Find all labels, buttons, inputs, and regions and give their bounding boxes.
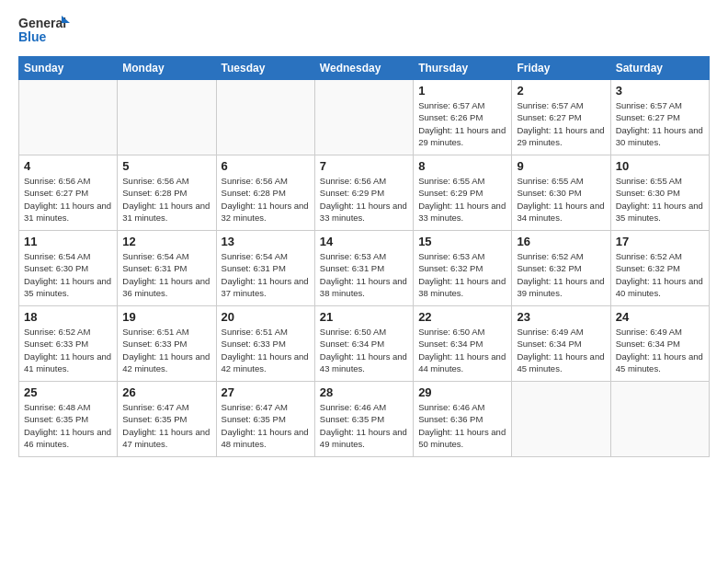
calendar-day-cell: 3Sunrise: 6:57 AM Sunset: 6:27 PM Daylig… [610,80,709,155]
calendar-day-cell: 19Sunrise: 6:51 AM Sunset: 6:33 PM Dayli… [118,306,216,382]
calendar-day-cell: 23Sunrise: 6:49 AM Sunset: 6:34 PM Dayli… [512,306,610,382]
calendar-day-cell: 15Sunrise: 6:53 AM Sunset: 6:32 PM Dayli… [414,231,512,306]
calendar-day-cell: 4Sunrise: 6:56 AM Sunset: 6:27 PM Daylig… [19,155,118,231]
day-info: Sunrise: 6:47 AM Sunset: 6:35 PM Dayligh… [222,401,310,450]
calendar-day-cell: 29Sunrise: 6:46 AM Sunset: 6:36 PM Dayli… [414,382,512,457]
calendar-day-cell: 27Sunrise: 6:47 AM Sunset: 6:35 PM Dayli… [216,382,314,457]
day-info: Sunrise: 6:54 AM Sunset: 6:31 PM Dayligh… [222,250,310,299]
day-number: 5 [122,159,210,173]
calendar-day-cell: 13Sunrise: 6:54 AM Sunset: 6:31 PM Dayli… [216,231,314,306]
day-info: Sunrise: 6:53 AM Sunset: 6:31 PM Dayligh… [320,250,408,299]
day-number: 12 [122,235,210,248]
day-info: Sunrise: 6:46 AM Sunset: 6:35 PM Dayligh… [320,401,408,450]
day-number: 17 [616,235,704,248]
day-number: 2 [517,84,605,98]
day-info: Sunrise: 6:52 AM Sunset: 6:32 PM Dayligh… [616,250,704,299]
day-info: Sunrise: 6:53 AM Sunset: 6:32 PM Dayligh… [418,250,506,299]
calendar-day-cell: 8Sunrise: 6:55 AM Sunset: 6:29 PM Daylig… [414,155,512,231]
calendar-week-row: 1Sunrise: 6:57 AM Sunset: 6:26 PM Daylig… [19,80,710,155]
logo: GeneralBlue [18,14,74,47]
calendar-day-cell: 28Sunrise: 6:46 AM Sunset: 6:35 PM Dayli… [314,382,413,457]
calendar-header-cell: Thursday [414,57,512,80]
day-number: 10 [616,159,704,173]
day-number: 7 [320,159,408,173]
calendar-day-cell: 2Sunrise: 6:57 AM Sunset: 6:27 PM Daylig… [512,80,610,155]
calendar-header-cell: Wednesday [314,57,413,80]
calendar-day-cell: 6Sunrise: 6:56 AM Sunset: 6:28 PM Daylig… [216,155,314,231]
day-info: Sunrise: 6:47 AM Sunset: 6:35 PM Dayligh… [122,401,210,450]
calendar-day-cell [610,382,709,457]
day-info: Sunrise: 6:51 AM Sunset: 6:33 PM Dayligh… [122,326,210,374]
day-number: 13 [222,235,310,248]
calendar-week-row: 11Sunrise: 6:54 AM Sunset: 6:30 PM Dayli… [19,231,710,306]
calendar-week-row: 4Sunrise: 6:56 AM Sunset: 6:27 PM Daylig… [19,155,710,231]
calendar-day-cell: 11Sunrise: 6:54 AM Sunset: 6:30 PM Dayli… [19,231,118,306]
day-info: Sunrise: 6:56 AM Sunset: 6:29 PM Dayligh… [320,175,408,224]
calendar-day-cell: 17Sunrise: 6:52 AM Sunset: 6:32 PM Dayli… [610,231,709,306]
day-info: Sunrise: 6:57 AM Sunset: 6:26 PM Dayligh… [418,99,506,148]
calendar-day-cell [19,80,118,155]
day-number: 25 [24,385,112,399]
calendar-day-cell: 20Sunrise: 6:51 AM Sunset: 6:33 PM Dayli… [216,306,314,382]
day-number: 15 [418,235,506,248]
calendar-header-cell: Monday [118,57,216,80]
day-info: Sunrise: 6:54 AM Sunset: 6:31 PM Dayligh… [122,250,210,299]
day-info: Sunrise: 6:54 AM Sunset: 6:30 PM Dayligh… [24,250,112,299]
calendar-week-row: 25Sunrise: 6:48 AM Sunset: 6:35 PM Dayli… [19,382,710,457]
calendar-day-cell: 5Sunrise: 6:56 AM Sunset: 6:28 PM Daylig… [118,155,216,231]
day-number: 14 [320,235,408,248]
day-info: Sunrise: 6:55 AM Sunset: 6:30 PM Dayligh… [616,175,704,224]
calendar-day-cell: 24Sunrise: 6:49 AM Sunset: 6:34 PM Dayli… [610,306,709,382]
calendar-header-cell: Tuesday [216,57,314,80]
day-info: Sunrise: 6:49 AM Sunset: 6:34 PM Dayligh… [517,326,605,374]
calendar-day-cell: 18Sunrise: 6:52 AM Sunset: 6:33 PM Dayli… [19,306,118,382]
day-info: Sunrise: 6:55 AM Sunset: 6:29 PM Dayligh… [418,175,506,224]
calendar-day-cell: 22Sunrise: 6:50 AM Sunset: 6:34 PM Dayli… [414,306,512,382]
calendar-day-cell: 26Sunrise: 6:47 AM Sunset: 6:35 PM Dayli… [118,382,216,457]
day-info: Sunrise: 6:49 AM Sunset: 6:34 PM Dayligh… [616,326,704,374]
day-info: Sunrise: 6:46 AM Sunset: 6:36 PM Dayligh… [418,401,506,450]
day-number: 9 [517,159,605,173]
day-number: 4 [24,159,112,173]
calendar-header-row: SundayMondayTuesdayWednesdayThursdayFrid… [19,57,710,80]
day-number: 29 [418,385,506,399]
day-info: Sunrise: 6:56 AM Sunset: 6:28 PM Dayligh… [222,175,310,224]
calendar-day-cell: 1Sunrise: 6:57 AM Sunset: 6:26 PM Daylig… [414,80,512,155]
calendar-day-cell: 21Sunrise: 6:50 AM Sunset: 6:34 PM Dayli… [314,306,413,382]
day-number: 8 [418,159,506,173]
calendar-header-cell: Friday [512,57,610,80]
calendar-day-cell [216,80,314,155]
calendar-day-cell: 10Sunrise: 6:55 AM Sunset: 6:30 PM Dayli… [610,155,709,231]
calendar-day-cell: 25Sunrise: 6:48 AM Sunset: 6:35 PM Dayli… [19,382,118,457]
calendar-day-cell [118,80,216,155]
calendar-day-cell: 7Sunrise: 6:56 AM Sunset: 6:29 PM Daylig… [314,155,413,231]
day-number: 22 [418,310,506,324]
day-info: Sunrise: 6:57 AM Sunset: 6:27 PM Dayligh… [517,99,605,148]
logo-svg: GeneralBlue [18,14,74,47]
day-info: Sunrise: 6:50 AM Sunset: 6:34 PM Dayligh… [320,326,408,374]
day-number: 16 [517,235,605,248]
day-info: Sunrise: 6:56 AM Sunset: 6:27 PM Dayligh… [24,175,112,224]
header: GeneralBlue [18,14,710,47]
day-number: 26 [122,385,210,399]
day-info: Sunrise: 6:52 AM Sunset: 6:32 PM Dayligh… [517,250,605,299]
day-info: Sunrise: 6:50 AM Sunset: 6:34 PM Dayligh… [418,326,506,374]
calendar-day-cell: 14Sunrise: 6:53 AM Sunset: 6:31 PM Dayli… [314,231,413,306]
calendar-day-cell: 12Sunrise: 6:54 AM Sunset: 6:31 PM Dayli… [118,231,216,306]
calendar-table: SundayMondayTuesdayWednesdayThursdayFrid… [18,56,710,457]
day-number: 23 [517,310,605,324]
day-info: Sunrise: 6:48 AM Sunset: 6:35 PM Dayligh… [24,401,112,450]
day-number: 18 [24,310,112,324]
day-number: 1 [418,84,506,98]
day-number: 24 [616,310,704,324]
day-number: 11 [24,235,112,248]
calendar-day-cell [512,382,610,457]
day-info: Sunrise: 6:52 AM Sunset: 6:33 PM Dayligh… [24,326,112,374]
svg-text:General: General [18,16,66,30]
day-info: Sunrise: 6:56 AM Sunset: 6:28 PM Dayligh… [122,175,210,224]
day-number: 3 [616,84,704,98]
day-number: 27 [222,385,310,399]
day-number: 19 [122,310,210,324]
calendar-day-cell [314,80,413,155]
day-info: Sunrise: 6:51 AM Sunset: 6:33 PM Dayligh… [222,326,310,374]
